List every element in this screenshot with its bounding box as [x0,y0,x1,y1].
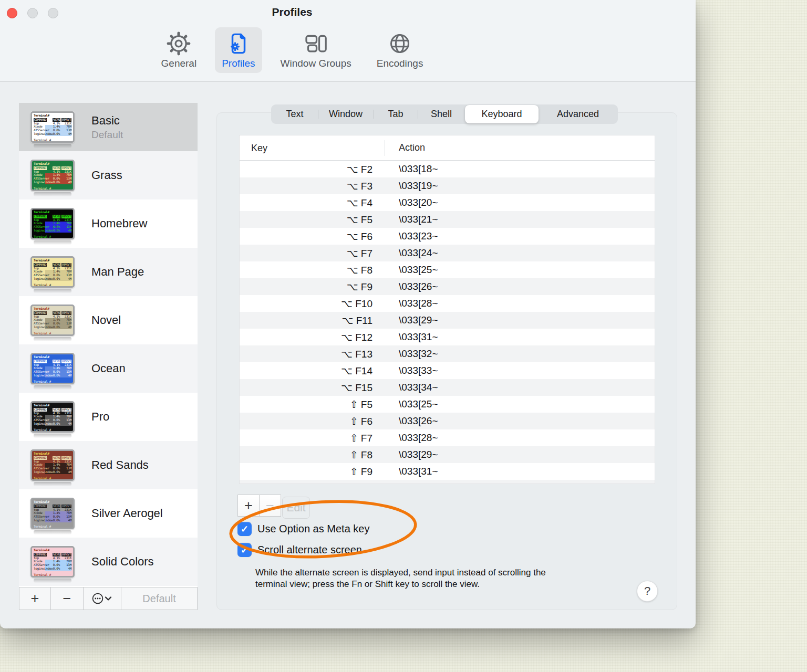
profile-list-item[interactable]: Terminal# COMMAND%CPURPRVT top4.1%231KXc… [19,393,198,441]
action-cell: \033[31~ [385,466,655,477]
action-cell: \033[23~ [385,230,655,242]
profile-list-item[interactable]: Terminal# COMMAND%CPURPRVT top4.1%231KXc… [19,248,198,296]
scroll-alternate-screen-checkbox[interactable]: ✓ [237,543,252,557]
circle-ellipsis-chevron-icon [91,592,113,605]
action-cell: \033[19~ [385,180,655,192]
profile-thumbnail: Terminal# COMMAND%CPURPRVT top4.1%231KXc… [30,208,75,239]
key-binding-row[interactable]: ⌥ F4 \033[20~ [240,194,655,211]
toolbar-item-general[interactable]: General [154,27,204,73]
tab-advanced[interactable]: Advanced [539,105,617,123]
key-binding-row[interactable]: ⌥ F9 \033[26~ [240,278,655,295]
profile-name: Pro [91,410,109,424]
key-cell: ⌥ F11 [240,314,385,327]
profile-name: Novel [91,313,121,327]
toolbar-label-general: General [161,58,197,69]
tab-keyboard[interactable]: Keyboard [465,105,539,123]
profile-name: Red Sands [91,458,149,472]
key-binding-row[interactable]: ⇧ F7 \033[28~ [240,429,655,446]
toolbar-item-encodings[interactable]: Encodings [370,27,430,73]
profile-list-item[interactable]: Terminal# COMMAND%CPURPRVT top4.1%231KXc… [19,441,198,489]
edit-key-button[interactable]: Edit [282,497,310,519]
key-cell: ⌥ F13 [240,348,385,360]
add-key-button[interactable]: + [237,495,260,517]
profile-list-item[interactable]: Terminal# COMMAND%CPURPRVT top4.1%231KXc… [19,200,198,248]
window-groups-icon [304,32,328,56]
add-profile-button[interactable]: + [19,587,51,610]
action-cell: \033[33~ [385,365,655,376]
profile-name: Basic [91,114,123,128]
action-cell: \033[18~ [385,163,655,175]
key-binding-row[interactable]: ⌥ F15 \033[34~ [240,379,655,396]
key-binding-row[interactable]: ⌥ F11 \033[29~ [240,312,655,329]
more-options-button[interactable] [84,587,121,610]
key-bindings-table-body[interactable]: ⌥ F2 \033[18~ ⌥ F3 \033[19~ ⌥ F4 \033[20… [240,161,655,480]
key-bindings-table: Key Action ⌥ F2 \033[18~ ⌥ F3 \033[19~ ⌥… [239,135,655,484]
action-cell: \033[20~ [385,197,655,208]
profiles-list[interactable]: Terminal# COMMAND%CPURPRVT top4.1%231KXc… [19,103,198,587]
key-cell: ⌥ F9 [240,281,385,293]
profile-name: Man Page [91,265,144,279]
profile-name: Solid Colors [91,555,154,569]
profile-list-item[interactable]: Terminal# COMMAND%CPURPRVT top4.1%231KXc… [19,103,198,151]
key-binding-row[interactable]: ⇧ F5 \033[25~ [240,396,655,413]
remove-profile-button[interactable]: − [51,587,84,610]
globe-icon [388,32,412,56]
use-option-as-meta-key-checkbox[interactable]: ✓ [237,522,252,536]
default-button[interactable]: Default [121,587,197,610]
toolbar-item-window-groups[interactable]: Window Groups [274,27,358,73]
profile-list-item[interactable]: Terminal# COMMAND%CPURPRVT top4.1%231KXc… [19,344,198,393]
remove-key-button[interactable]: − [259,495,281,517]
toolbar-label-encodings: Encodings [377,58,423,69]
key-binding-row[interactable]: ⇧ F6 \033[26~ [240,413,655,429]
key-binding-row[interactable]: ⌥ F14 \033[33~ [240,362,655,379]
profile-thumbnail: Terminal# COMMAND%CPURPRVT top4.1%231KXc… [30,546,75,578]
profile-name: Grass [91,169,122,182]
toolbar-item-profiles[interactable]: Profiles [215,27,262,73]
profile-list-item[interactable]: Terminal# COMMAND%CPURPRVT top4.1%231KXc… [19,538,198,586]
column-header-action[interactable]: Action [385,142,655,153]
key-binding-row[interactable]: ⌥ F8 \033[25~ [240,261,655,278]
tab-shell[interactable]: Shell [418,105,465,123]
profile-list-item[interactable]: Terminal# COMMAND%CPURPRVT top4.1%231KXc… [19,296,198,344]
profile-list-item[interactable]: Terminal# COMMAND%CPURPRVT top4.1%231KXc… [19,151,198,200]
table-header: Key Action [240,135,655,161]
tab-text[interactable]: Text [272,105,318,123]
action-cell: \033[24~ [385,247,655,259]
profile-thumbnail: Terminal# COMMAND%CPURPRVT top4.1%231KXc… [30,256,75,288]
action-cell: \033[29~ [385,449,655,460]
key-binding-row[interactable]: ⌥ F7 \033[24~ [240,245,655,261]
key-binding-row[interactable]: ⇧ F9 \033[31~ [240,463,655,480]
titlebar-toolbar: Profiles [0,0,696,82]
tab-window[interactable]: Window [318,105,374,123]
key-binding-row[interactable]: ⌥ F5 \033[21~ [240,211,655,228]
preferences-window: Profiles [0,0,696,628]
key-cell: ⇧ F7 [240,432,385,444]
profile-thumbnail: Terminal# COMMAND%CPURPRVT top4.1%231KXc… [30,304,75,336]
key-cell: ⌥ F15 [240,382,385,394]
key-cell: ⌥ F14 [240,365,385,377]
action-cell: \033[31~ [385,331,655,343]
scroll-alternate-screen-label: Scroll alternate screen [257,544,362,556]
table-partial-row [240,480,655,484]
key-binding-row[interactable]: ⌥ F10 \033[28~ [240,295,655,312]
column-header-key[interactable]: Key [240,140,385,156]
key-cell: ⇧ F8 [240,449,385,461]
help-button[interactable]: ? [637,581,658,602]
profile-thumbnail: Terminal# COMMAND%CPURPRVT top4.1%231KXc… [30,353,75,384]
action-cell: \033[25~ [385,264,655,276]
action-cell: \033[29~ [385,314,655,326]
key-binding-row[interactable]: ⌥ F3 \033[19~ [240,177,655,194]
tab-tab[interactable]: Tab [374,105,418,123]
gear-icon [167,32,191,56]
key-binding-row[interactable]: ⌥ F6 \033[23~ [240,228,655,245]
key-cell: ⌥ F10 [240,298,385,310]
profile-tabs: Text Window Tab Shell Keyboard Advanced [271,104,618,124]
profile-name: Ocean [91,362,126,375]
document-gear-icon [226,32,251,56]
profile-thumbnail: Terminal# COMMAND%CPURPRVT top4.1%231KXc… [30,498,75,529]
key-binding-row[interactable]: ⌥ F2 \033[18~ [240,161,655,177]
key-binding-row[interactable]: ⌥ F12 \033[31~ [240,329,655,345]
key-binding-row[interactable]: ⌥ F13 \033[32~ [240,345,655,362]
profile-list-item[interactable]: Terminal# COMMAND%CPURPRVT top4.1%231KXc… [19,489,198,538]
key-binding-row[interactable]: ⇧ F8 \033[29~ [240,446,655,463]
